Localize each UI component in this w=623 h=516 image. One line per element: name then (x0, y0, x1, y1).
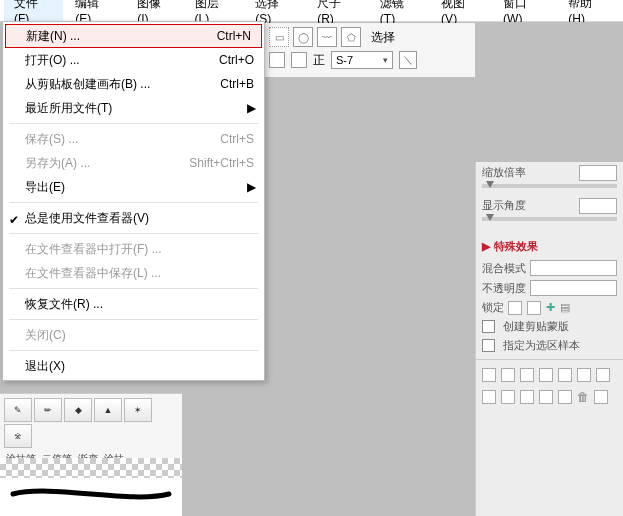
brush-stroke-preview (10, 484, 172, 504)
file-menu-item[interactable]: 打开(O) ...Ctrl+O (3, 48, 264, 72)
action-new[interactable] (482, 390, 496, 404)
layer-btn-6[interactable] (577, 368, 591, 382)
marquee-ellipse-icon[interactable]: ◯ (293, 27, 313, 47)
menu-item-label: 保存(S) ... (25, 131, 220, 148)
file-menu-item: 关闭(C) (3, 323, 264, 347)
zoom-value-field[interactable] (579, 165, 617, 181)
tool-btn-0[interactable]: ✎ (4, 398, 32, 422)
canvas-area[interactable] (263, 77, 476, 516)
angle-label: 显示角度 (482, 199, 526, 211)
file-menu-item: 另存为(A) ...Shift+Ctrl+S (3, 151, 264, 175)
file-menu-item[interactable]: 恢复文件(R) ... (3, 292, 264, 316)
file-menu-item[interactable]: 最近所用文件(T)▶ (3, 96, 264, 120)
menubar: 文件(F)编辑(E)图像(I)图层(L)选择(S)尺子(R)滤镜(T)视图(V)… (0, 0, 623, 22)
layer-btn-5[interactable] (558, 368, 572, 382)
action-mask[interactable] (558, 390, 572, 404)
menu-item-label: 恢复文件(R) ... (25, 296, 254, 313)
layer-btn-1[interactable] (482, 368, 496, 382)
brush-preview (0, 458, 182, 516)
menu-item-label: 最近所用文件(T) (25, 100, 254, 117)
action-more[interactable] (594, 390, 608, 404)
checker-strip (0, 458, 182, 478)
tool-btn-2[interactable]: ◆ (64, 398, 92, 422)
file-menu-item: 在文件查看器中打开(F) ... (3, 237, 264, 261)
layer-btn-4[interactable] (539, 368, 553, 382)
menu-item-label: 关闭(C) (25, 327, 254, 344)
add-icon[interactable]: ✚ (546, 301, 555, 314)
menu-item-label: 在文件查看器中打开(F) ... (25, 241, 254, 258)
sel-sample-label: 指定为选区样本 (503, 338, 580, 353)
menu-item-shortcut: Ctrl+S (220, 132, 254, 146)
marquee-poly-icon[interactable]: ⬠ (341, 27, 361, 47)
menu-item-label: 退出(X) (25, 358, 254, 375)
action-merge[interactable] (539, 390, 553, 404)
menu-item-shortcut: Ctrl+O (219, 53, 254, 67)
check-icon: ✔ (9, 213, 19, 223)
submenu-arrow-icon: ▶ (247, 101, 256, 115)
layer-btn-7[interactable] (596, 368, 610, 382)
preset-dropdown[interactable]: S-7 ▾ (331, 51, 393, 69)
menu-item-shortcut: Ctrl+N (217, 29, 251, 43)
menu-icon[interactable]: ▤ (560, 301, 570, 314)
file-menu-dropdown: 新建(N) ...Ctrl+N打开(O) ...Ctrl+O从剪贴板创建画布(B… (2, 21, 265, 381)
fx-title: 特殊效果 (494, 239, 538, 254)
file-menu-item[interactable]: 从剪贴板创建画布(B) ...Ctrl+B (3, 72, 264, 96)
options-bar: ▭ ◯ 〰 ⬠ 选择 正 S-7 ▾ ＼ (263, 23, 476, 78)
menu-item-shortcut: Shift+Ctrl+S (189, 156, 254, 170)
opacity-field[interactable] (530, 280, 617, 296)
menu-item-label: 新建(N) ... (26, 28, 217, 45)
marquee-rect-icon[interactable]: ▭ (269, 27, 289, 47)
angle-slider[interactable] (482, 217, 617, 221)
width-label: 正 (313, 52, 325, 69)
lock-label: 锁定 (482, 300, 504, 315)
menu-item-label: 在文件查看器中保存(L) ... (25, 265, 254, 282)
zoom-slider[interactable] (482, 184, 617, 188)
lock-pixels-icon[interactable] (508, 301, 522, 315)
blend-mode-label: 混合模式 (482, 261, 526, 276)
triangle-right-icon: ▶ (482, 240, 490, 253)
angle-value-field[interactable] (579, 198, 617, 214)
opt-toggle-1[interactable] (269, 52, 285, 68)
marquee-lasso-icon[interactable]: 〰 (317, 27, 337, 47)
select-label: 选择 (371, 29, 395, 46)
preset-value: S-7 (336, 54, 353, 66)
file-menu-item[interactable]: 新建(N) ...Ctrl+N (5, 24, 262, 48)
line-tool-icon[interactable]: ＼ (399, 51, 417, 69)
file-menu-item[interactable]: 导出(E)▶ (3, 175, 264, 199)
file-menu-item[interactable]: ✔总是使用文件查看器(V) (3, 206, 264, 230)
action-copy[interactable] (501, 390, 515, 404)
clip-mask-checkbox[interactable] (482, 320, 495, 333)
menu-item-shortcut: Ctrl+B (220, 77, 254, 91)
opt-toggle-2[interactable] (291, 52, 307, 68)
menu-item-label: 总是使用文件查看器(V) (25, 210, 254, 227)
chevron-down-icon: ▾ (383, 55, 388, 65)
file-menu-item: 在文件查看器中保存(L) ... (3, 261, 264, 285)
opacity-label: 不透明度 (482, 281, 526, 296)
tool-btn-3[interactable]: ▲ (94, 398, 122, 422)
menu-item-label: 从剪贴板创建画布(B) ... (25, 76, 220, 93)
tool-btn-5[interactable]: ※ (4, 424, 32, 448)
file-menu-item[interactable]: 退出(X) (3, 354, 264, 378)
sel-sample-checkbox[interactable] (482, 339, 495, 352)
layer-btn-2[interactable] (501, 368, 515, 382)
clip-mask-label: 创建剪贴蒙版 (503, 319, 569, 334)
right-panel: 缩放倍率 显示角度 ▶ 特殊效果 混合模式 不透明度 锁定 ✚ ▤ 创建剪贴蒙版… (475, 23, 623, 516)
menu-item-label: 另存为(A) ... (25, 155, 189, 172)
layer-btn-3[interactable] (520, 368, 534, 382)
lock-position-icon[interactable] (527, 301, 541, 315)
tool-btn-4[interactable]: ✶ (124, 398, 152, 422)
trash-icon[interactable]: 🗑 (577, 390, 589, 404)
submenu-arrow-icon: ▶ (247, 180, 256, 194)
fx-panel-header[interactable]: ▶ 特殊效果 (476, 235, 623, 258)
menu-item-label: 导出(E) (25, 179, 254, 196)
blend-mode-dropdown[interactable] (530, 260, 617, 276)
zoom-label: 缩放倍率 (482, 166, 526, 178)
navigator-thumbnail[interactable] (475, 22, 623, 162)
menu-item-label: 打开(O) ... (25, 52, 219, 69)
action-group[interactable] (520, 390, 534, 404)
file-menu-item: 保存(S) ...Ctrl+S (3, 127, 264, 151)
tool-btn-1[interactable]: ✏ (34, 398, 62, 422)
